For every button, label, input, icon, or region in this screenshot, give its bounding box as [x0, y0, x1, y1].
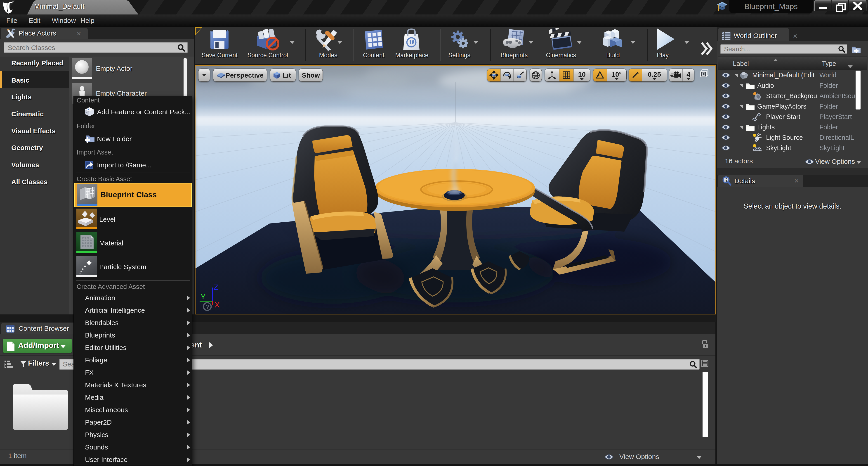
svg-text:Z: Z: [214, 284, 218, 291]
svg-text:Y: Y: [200, 292, 206, 301]
svg-text:X: X: [215, 300, 220, 309]
svg-text:?: ?: [206, 303, 209, 310]
